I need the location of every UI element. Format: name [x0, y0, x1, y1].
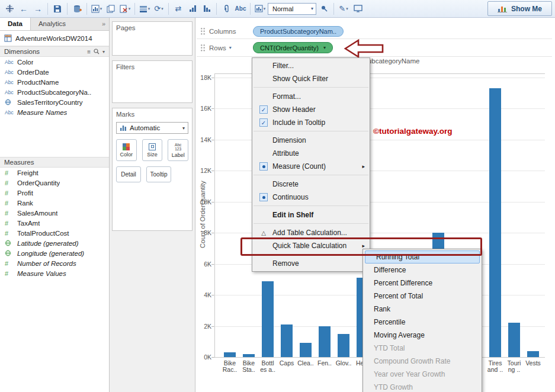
menu-item-moving-average[interactable]: Moving Average	[363, 329, 482, 342]
menu-item-filter[interactable]: Filter...	[252, 59, 370, 72]
new-data-source-button[interactable]	[70, 2, 84, 16]
field-item-salesamount[interactable]: #SalesAmount	[0, 208, 109, 218]
field-item-productname[interactable]: AbcProductName	[0, 77, 109, 87]
menu-item-format[interactable]: Format...	[252, 90, 370, 103]
menu-item-show-quick-filter[interactable]: Show Quick Filter	[252, 72, 370, 85]
text-type-icon: Abc	[5, 110, 17, 115]
fit-axes-button[interactable]: ▾	[254, 2, 267, 16]
field-item-totalproductcost[interactable]: #TotalProductCost	[0, 228, 109, 238]
find-field-icon[interactable]	[94, 49, 100, 54]
menu-item-edit-in-shelf[interactable]: Edit in Shelf	[252, 208, 370, 221]
totals-button[interactable]: ▾	[138, 2, 151, 16]
field-item-measure-values[interactable]: #Measure Values	[0, 268, 109, 278]
group-members-button[interactable]	[220, 2, 233, 16]
marks-buttons-row-1: ColorSizeAbc123Label	[116, 139, 188, 161]
mark-type-value: Automatic	[130, 124, 160, 131]
toolbar-separator	[168, 3, 169, 15]
field-item-salesterritorycountry[interactable]: SalesTerritoryCountry	[0, 97, 109, 107]
text-type-icon: Abc	[5, 79, 17, 85]
menu-item-running-total[interactable]: Running Total	[365, 250, 480, 264]
field-item-longitude-generated[interactable]: Longitude (generated)	[0, 248, 109, 258]
bar-mark[interactable]	[224, 352, 236, 357]
pane-collapse-icon[interactable]: »	[98, 18, 109, 30]
menu-item-measure-count[interactable]: Measure (Count)▸	[252, 160, 370, 173]
view-as-list-icon[interactable]: ≡	[87, 49, 91, 55]
x-axis-label: BikeSta..	[238, 360, 259, 373]
bar-mark[interactable]	[489, 88, 501, 357]
field-item-orderdate[interactable]: AbcOrderDate	[0, 67, 109, 77]
sort-ascending-button[interactable]	[186, 2, 199, 16]
bar-mark[interactable]	[300, 343, 312, 357]
swap-axes-button[interactable]: ⇄	[172, 2, 185, 16]
presentation-mode-button[interactable]	[351, 2, 364, 16]
tab-analytics[interactable]: Analytics	[31, 18, 73, 30]
marks-card-label: Marks	[116, 111, 134, 118]
x-axis-label: Glov..	[333, 360, 354, 367]
menu-item-add-table-calculation[interactable]: △Add Table Calculation...	[252, 226, 370, 239]
bar-mark[interactable]	[319, 326, 331, 357]
pane-tabs: Data Analytics »	[0, 18, 109, 31]
detail-button[interactable]: Detail	[116, 166, 141, 182]
menu-item-quick-table-calculation[interactable]: Quick Table Calculation▸	[252, 239, 370, 252]
menu-item-attribute[interactable]: Attribute	[252, 147, 370, 160]
field-item-rank[interactable]: #Rank	[0, 198, 109, 208]
highlight-button[interactable]: ✎▾	[337, 2, 350, 16]
menu-item-percent-of-total[interactable]: Percent of Total	[363, 290, 482, 303]
duplicate-sheet-button[interactable]	[104, 2, 117, 16]
x-axis-label: Tiresand ..	[485, 360, 506, 373]
label-button[interactable]: Abc123Label	[168, 139, 188, 161]
sort-descending-button[interactable]	[200, 2, 213, 16]
menu-item-rank[interactable]: Rank	[363, 303, 482, 316]
menu-item-percentile[interactable]: Percentile	[363, 316, 482, 329]
bar-mark[interactable]	[527, 351, 539, 357]
undo-button[interactable]: ←	[17, 2, 30, 16]
menu-item-label: Attribute	[272, 149, 365, 158]
new-worksheet-button[interactable]: ▾	[90, 2, 103, 16]
redo-button[interactable]: →	[31, 2, 44, 16]
bar-mark[interactable]	[262, 281, 274, 357]
field-item-number-of-records[interactable]: #Number of Records	[0, 258, 109, 268]
menu-item-percent-difference[interactable]: Percent Difference	[363, 277, 482, 290]
menu-item-dimension[interactable]: Dimension	[252, 134, 370, 147]
field-item-productsubcategoryna[interactable]: AbcProductSubcategoryNa..	[0, 87, 109, 97]
data-source-name: AdventureWorksDW2014	[15, 35, 92, 42]
menu-item-show-header[interactable]: ✓Show Header	[252, 103, 370, 116]
show-me-button[interactable]: Show Me	[487, 1, 552, 16]
fit-dropdown[interactable]: Normal ▾	[268, 3, 316, 15]
field-item-freight[interactable]: #Freight	[0, 168, 109, 178]
refresh-button[interactable]: ⟳▾	[152, 2, 165, 16]
tab-data[interactable]: Data	[0, 18, 31, 30]
field-item-taxamt[interactable]: #TaxAmt	[0, 218, 109, 228]
x-axis-label: Fen..	[314, 360, 335, 367]
data-source-item[interactable]: AdventureWorksDW2014	[0, 31, 109, 46]
pages-shelf[interactable]: Pages	[112, 21, 193, 56]
save-button[interactable]	[51, 2, 64, 16]
show-mark-labels-button[interactable]: Abc	[234, 2, 247, 16]
mark-button-label: Tooltip	[150, 171, 168, 178]
bar-mark[interactable]	[508, 323, 520, 357]
field-item-profit[interactable]: #Profit	[0, 188, 109, 198]
bar-mark[interactable]	[243, 354, 255, 357]
field-item-color[interactable]: AbcColor	[0, 57, 109, 67]
fix-axes-pin-button[interactable]	[317, 2, 331, 16]
field-label: TaxAmt	[17, 220, 40, 227]
tooltip-button[interactable]: Tooltip	[146, 166, 171, 182]
bar-mark[interactable]	[281, 324, 293, 357]
field-item-orderquantity[interactable]: #OrderQuantity	[0, 178, 109, 188]
menu-item-discrete[interactable]: Discrete	[252, 178, 370, 191]
globe-icon	[5, 240, 17, 246]
menu-item-difference[interactable]: Difference	[363, 264, 482, 277]
chevron-down-icon: ▾	[305, 6, 313, 11]
bar-mark[interactable]	[338, 334, 349, 357]
mark-type-dropdown[interactable]: Automatic ▾	[116, 122, 188, 134]
color-button[interactable]: Color	[116, 139, 137, 161]
menu-item-continuous[interactable]: Continuous	[252, 191, 370, 204]
menu-item-include-in-tooltip[interactable]: ✓Include in Tooltip	[252, 116, 370, 129]
dimensions-menu-icon[interactable]: ▾	[102, 49, 105, 54]
field-item-latitude-generated[interactable]: Latitude (generated)	[0, 238, 109, 248]
menu-item-remove[interactable]: Remove	[252, 257, 370, 270]
clear-sheet-button[interactable]: ▾	[118, 2, 131, 16]
field-item-measure-names[interactable]: AbcMeasure Names	[0, 107, 109, 117]
filters-shelf[interactable]: Filters	[112, 60, 193, 103]
size-button[interactable]: Size	[142, 139, 163, 161]
